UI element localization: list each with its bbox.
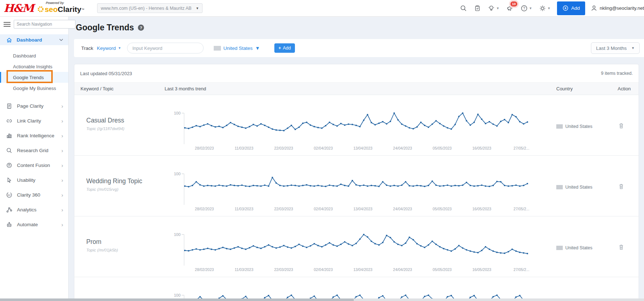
announcements-megaphone-icon[interactable]: 10: [506, 5, 514, 12]
lightbulb-menu[interactable]: ▼: [488, 5, 499, 12]
gear-icon: [539, 5, 546, 12]
country-label: United States: [565, 245, 592, 250]
domain-selector[interactable]: www.hm.com (US-en) - Hennes & Mauritz AB…: [97, 3, 203, 13]
help-icon: ?: [521, 5, 528, 12]
bar-chart-icon: [6, 132, 13, 139]
seoclarity-sun-icon: [37, 6, 44, 13]
help-menu[interactable]: ? ▼: [521, 5, 532, 12]
sidebar-item-automate[interactable]: Automate›: [0, 217, 68, 232]
table-row: Prom Topic (/m/01jk5b) 10028/02/202311/0…: [74, 216, 639, 277]
svg-text:16/05/2023: 16/05/2023: [472, 207, 491, 211]
top-header: H&M Powered by seoClarity™ www.hm.com (U…: [0, 0, 644, 17]
brand-logo[interactable]: H&M Powered by seoClarity™: [4, 0, 84, 16]
notification-badge: 10: [510, 1, 518, 7]
keyword-name[interactable]: Prom: [86, 238, 165, 246]
svg-text:16/05/2023: 16/05/2023: [472, 267, 491, 272]
topic-id: Topic (/m/01jk5b): [86, 248, 165, 252]
chevron-down-icon: ▼: [496, 7, 499, 10]
chevron-right-icon: ›: [61, 133, 63, 139]
sidebar-search-input[interactable]: [14, 20, 75, 29]
sidebar-item-page-clarity[interactable]: Page Clarity›: [0, 99, 68, 113]
toolbar: Track Keyword▼ United States▼ + Add Last…: [74, 39, 644, 57]
chevron-right-icon: ›: [61, 103, 63, 109]
trends-table-card: Last updated 05/31/2023 9 items tracked.…: [74, 64, 639, 298]
items-tracked-label: 9 items tracked.: [601, 71, 633, 76]
keyword-name[interactable]: Wedding Ring Topic: [86, 177, 165, 185]
svg-text:100: 100: [174, 111, 180, 115]
chevron-right-icon: ›: [61, 207, 63, 213]
badge-360-icon: 360°: [6, 192, 13, 198]
scrollbar-thumb[interactable]: [0, 298, 354, 301]
svg-text:24/04/2023: 24/04/2023: [393, 146, 412, 150]
search-icon[interactable]: [460, 5, 467, 12]
svg-text:360°: 360°: [7, 194, 11, 196]
svg-text:05/05/2023: 05/05/2023: [433, 146, 452, 150]
seoclarity-logo: Powered by seoClarity™: [37, 1, 84, 14]
country-dropdown[interactable]: United States▼: [214, 46, 260, 51]
settings-menu[interactable]: ▼: [539, 5, 551, 12]
sidebar-item-google-my-business[interactable]: Google My Business: [0, 83, 68, 94]
flag-placeholder: [556, 185, 563, 189]
svg-text:27/05/2...: 27/05/2...: [514, 207, 530, 211]
track-type-dropdown[interactable]: Keyword▼: [97, 46, 121, 51]
delete-icon[interactable]: [618, 122, 624, 129]
svg-text:100: 100: [174, 172, 180, 176]
sidebar-item-google-trends[interactable]: Google Trends: [0, 72, 68, 83]
svg-text:11/03/2023: 11/03/2023: [235, 146, 253, 150]
keyword-input[interactable]: [127, 43, 204, 53]
last-updated-label: Last updated 05/31/2023: [80, 71, 132, 76]
delete-icon[interactable]: [618, 183, 624, 190]
help-icon[interactable]: ?: [138, 25, 144, 31]
toolbar-add-button[interactable]: + Add: [274, 43, 295, 53]
sidebar-item-analytics[interactable]: Analytics›: [0, 202, 68, 217]
svg-text:13/04/2023: 13/04/2023: [353, 267, 373, 272]
svg-text:13/04/2023: 13/04/2023: [353, 146, 373, 150]
sidebar-item-actionable-insights[interactable]: Actionable Insights: [0, 61, 68, 72]
chevron-right-icon: ›: [61, 162, 63, 168]
sidebar-item-usability[interactable]: Usability›: [0, 173, 68, 188]
network-icon: [6, 206, 13, 213]
delete-icon[interactable]: [618, 244, 624, 250]
date-range-dropdown[interactable]: Last 3 Months▼: [591, 42, 640, 54]
column-header-trend: Last 3 months trend: [165, 86, 534, 91]
flag-placeholder: [556, 124, 563, 129]
svg-text:16/05/2023: 16/05/2023: [472, 146, 491, 150]
table-header: Keyword / Topic Last 3 months trend Coun…: [74, 82, 639, 95]
flag-placeholder: [556, 246, 563, 250]
trend-chart: 10028/02/202311/03/202322/03/202302/04/2…: [165, 159, 533, 213]
svg-text:100: 100: [174, 232, 180, 237]
sidebar-item-research-grid[interactable]: Research Grid›: [0, 143, 68, 158]
table-body: Casual Dress Topic (/g/11fl7dwt94) 10028…: [74, 95, 639, 298]
svg-text:28/02/2023: 28/02/2023: [195, 146, 214, 150]
sidebar-item-link-clarity[interactable]: Link Clarity›: [0, 113, 68, 128]
svg-text:100: 100: [174, 293, 180, 297]
horizontal-scrollbar[interactable]: [0, 298, 644, 301]
user-menu[interactable]: nkling@seoclarity.net: [591, 5, 644, 12]
svg-text:?: ?: [523, 6, 526, 10]
page-title: Google Trends: [76, 23, 134, 33]
keyword-name[interactable]: Casual Dress: [86, 117, 165, 124]
svg-text:27/05/2...: 27/05/2...: [514, 267, 530, 272]
svg-text:02/04/2023: 02/04/2023: [314, 207, 333, 211]
chevron-right-icon: ›: [61, 118, 63, 124]
sidebar-item-dashboard[interactable]: Dashboard: [0, 50, 68, 61]
svg-text:27/05/2...: 27/05/2...: [514, 146, 530, 150]
sidebar-item-rank-intelligence[interactable]: Rank Intelligence›: [0, 128, 68, 143]
cursor-icon: [6, 177, 13, 184]
add-button[interactable]: Add: [557, 1, 585, 15]
table-row: Casual Dress Topic (/g/11fl7dwt94) 10028…: [74, 95, 639, 156]
sidebar: Dashboard Dashboard Actionable Insights …: [0, 17, 69, 298]
sidebar-item-clarity-360[interactable]: 360° Clarity 360›: [0, 188, 68, 202]
sidebar-item-content-fusion[interactable]: Content Fusion›: [0, 158, 68, 173]
chevron-right-icon: ›: [61, 222, 63, 228]
hamburger-menu-icon[interactable]: [4, 22, 10, 27]
chevron-down-icon: ▼: [196, 7, 199, 10]
tasks-clipboard-icon[interactable]: [474, 5, 481, 12]
main-content: Google Trends ? Track Keyword▼ United St…: [69, 17, 644, 298]
column-header-action: Action: [613, 86, 639, 91]
link-icon: [6, 117, 13, 124]
sidebar-group-dashboard[interactable]: Dashboard: [0, 34, 68, 45]
chevron-right-icon: ›: [61, 177, 63, 183]
lightbulb-icon: [488, 5, 495, 12]
svg-text:05/05/2023: 05/05/2023: [433, 207, 452, 211]
